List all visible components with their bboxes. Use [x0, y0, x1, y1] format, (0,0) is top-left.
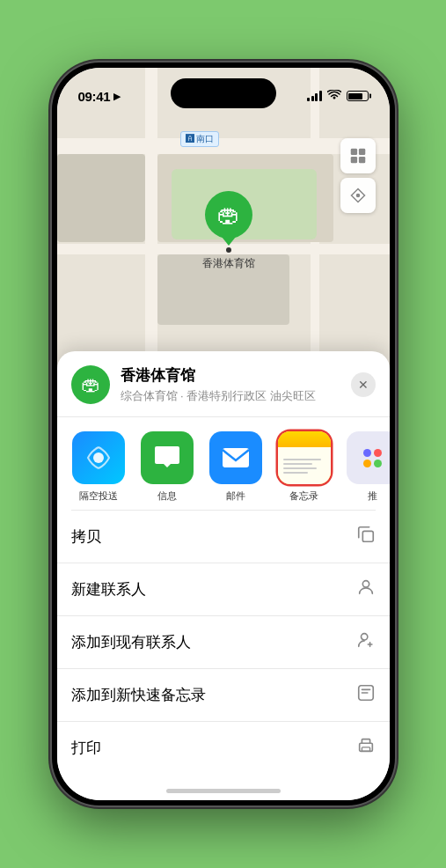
phone-screen: 09:41 ▶: [57, 68, 390, 800]
location-header: 🏟 香港体育馆 综合体育馆 · 香港特别行政区 油尖旺区 ✕: [57, 365, 390, 417]
svg-rect-7: [362, 531, 373, 541]
mail-label: 邮件: [226, 489, 245, 503]
location-info: 香港体育馆 综合体育馆 · 香港特别行政区 油尖旺区: [121, 365, 351, 404]
messages-icon: [141, 431, 194, 484]
svg-point-9: [361, 634, 367, 640]
share-app-more[interactable]: 推: [342, 431, 390, 503]
airdrop-label: 隔空投送: [79, 489, 118, 503]
share-app-airdrop[interactable]: 隔空投送: [68, 431, 129, 503]
map-pin-dot: [226, 247, 231, 253]
map-pin-circle: 🏟: [205, 191, 252, 239]
phone-frame: 09:41 ▶: [52, 63, 395, 805]
mail-icon: [209, 431, 262, 484]
svg-rect-12: [362, 747, 369, 752]
action-copy[interactable]: 拷贝: [57, 511, 390, 563]
bottom-sheet: 🏟 香港体育馆 综合体育馆 · 香港特别行政区 油尖旺区 ✕: [57, 351, 390, 800]
new-contact-icon: [356, 577, 376, 601]
map-label: 🅰 南口: [180, 131, 220, 147]
notes-icon: [278, 431, 331, 484]
new-contact-label: 新建联系人: [71, 579, 146, 600]
notes-label: 备忘录: [289, 489, 318, 503]
add-contact-icon: [356, 630, 376, 654]
add-existing-label: 添加到现有联系人: [71, 632, 191, 652]
stadium-icon: 🏟: [217, 202, 240, 229]
wifi-icon: [327, 90, 341, 103]
map-controls: [340, 138, 376, 213]
location-arrow-icon: ▶: [113, 91, 121, 102]
action-add-notes[interactable]: 添加到新快速备忘录: [57, 669, 390, 722]
svg-rect-0: [350, 149, 356, 155]
share-app-messages[interactable]: 信息: [136, 431, 198, 503]
more-label: 推: [368, 489, 377, 503]
quick-note-icon: [356, 683, 376, 707]
stadium-small-icon: 🏟: [81, 373, 100, 396]
location-button[interactable]: [340, 178, 376, 213]
svg-point-8: [362, 581, 369, 587]
map-pin-label: 香港体育馆: [202, 256, 255, 271]
share-apps-row: 隔空投送 信息: [57, 417, 390, 510]
status-time: 09:41: [78, 89, 111, 104]
svg-rect-2: [350, 157, 356, 163]
svg-rect-1: [358, 149, 364, 155]
action-add-existing[interactable]: 添加到现有联系人: [57, 616, 390, 669]
share-app-notes[interactable]: 备忘录: [274, 431, 335, 503]
add-notes-label: 添加到新快速备忘录: [71, 685, 206, 705]
location-subtitle: 综合体育馆 · 香港特别行政区 油尖旺区: [121, 388, 351, 404]
share-app-mail[interactable]: 邮件: [205, 431, 267, 503]
status-icons: [307, 90, 369, 103]
signal-icon: [307, 91, 322, 101]
close-button[interactable]: ✕: [351, 372, 376, 397]
print-label: 打印: [71, 738, 101, 758]
svg-point-4: [355, 194, 360, 198]
svg-rect-6: [223, 448, 249, 467]
messages-label: 信息: [157, 489, 177, 503]
more-icon: [347, 431, 390, 484]
dynamic-island: [171, 78, 276, 108]
location-name: 香港体育馆: [121, 365, 351, 386]
map-pin: 🏟 香港体育馆: [202, 191, 255, 271]
airdrop-icon: [72, 431, 125, 484]
svg-rect-3: [358, 157, 364, 163]
svg-point-5: [93, 452, 104, 463]
action-print[interactable]: 打印: [57, 722, 390, 774]
battery-icon: [347, 91, 369, 101]
print-icon: [356, 736, 376, 760]
home-indicator: [166, 789, 281, 793]
copy-icon: [356, 525, 376, 548]
location-icon: 🏟: [71, 365, 110, 404]
map-layers-button[interactable]: [340, 138, 376, 173]
copy-label: 拷贝: [71, 526, 101, 547]
action-new-contact[interactable]: 新建联系人: [57, 563, 390, 616]
